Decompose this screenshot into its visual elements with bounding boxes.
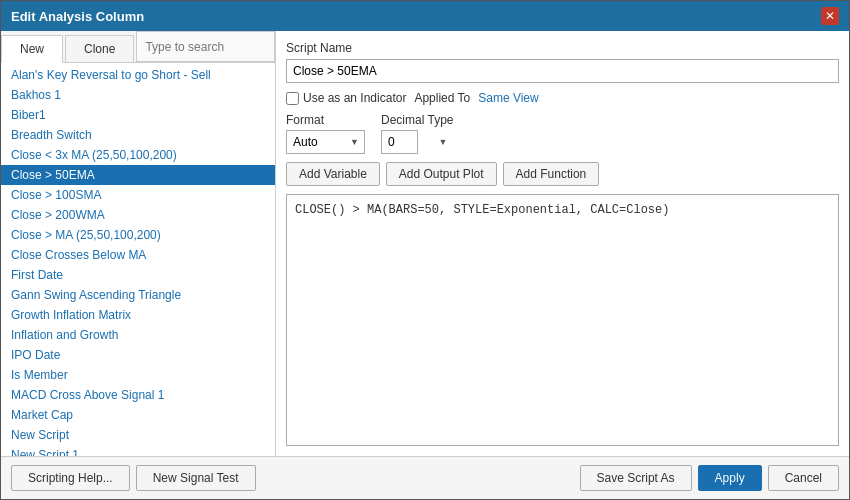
add-variable-button[interactable]: Add Variable <box>286 162 380 186</box>
script-name-input[interactable] <box>286 59 839 83</box>
same-view-link[interactable]: Same View <box>478 91 538 105</box>
applied-to-text: Applied To <box>414 91 470 105</box>
format-select[interactable]: Auto Number Percent Currency <box>286 130 365 154</box>
list-item[interactable]: Close > 100SMA <box>1 185 275 205</box>
code-editor[interactable]: CLOSE() > MA(BARS=50, STYLE=Exponential,… <box>286 194 839 446</box>
new-signal-test-button[interactable]: New Signal Test <box>136 465 256 491</box>
scripting-help-button[interactable]: Scripting Help... <box>11 465 130 491</box>
list-item[interactable]: Bakhos 1 <box>1 85 275 105</box>
list-item[interactable]: Growth Inflation Matrix <box>1 305 275 325</box>
close-icon[interactable]: ✕ <box>821 7 839 25</box>
list-item[interactable]: Biber1 <box>1 105 275 125</box>
bottom-bar: Scripting Help... New Signal Test Save S… <box>1 456 849 499</box>
list-item[interactable]: IPO Date <box>1 345 275 365</box>
indicator-label-text: Use as an Indicator <box>303 91 406 105</box>
list-item[interactable]: New Script <box>1 425 275 445</box>
list-item[interactable]: Breadth Switch <box>1 125 275 145</box>
dialog-title: Edit Analysis Column <box>11 9 144 24</box>
cancel-button[interactable]: Cancel <box>768 465 839 491</box>
indicator-checkbox[interactable] <box>286 92 299 105</box>
left-panel: New Clone Alan's Key Reversal to go Shor… <box>1 31 276 456</box>
list-item[interactable]: Close > MA (25,50,100,200) <box>1 225 275 245</box>
list-item[interactable]: Market Cap <box>1 405 275 425</box>
bottom-right-buttons: Save Script As Apply Cancel <box>580 465 839 491</box>
search-input[interactable] <box>136 31 275 62</box>
format-select-wrapper: Auto Number Percent Currency <box>286 130 365 154</box>
decimal-type-select[interactable]: 0 1 2 3 4 <box>381 130 418 154</box>
tab-search-bar: New Clone <box>1 31 275 63</box>
format-row: Format Auto Number Percent Currency Deci… <box>286 113 839 154</box>
list-item[interactable]: Close < 3x MA (25,50,100,200) <box>1 145 275 165</box>
dialog-body: New Clone Alan's Key Reversal to go Shor… <box>1 31 849 456</box>
list-item[interactable]: Gann Swing Ascending Triangle <box>1 285 275 305</box>
script-list: Alan's Key Reversal to go Short - SellBa… <box>1 63 275 456</box>
format-group: Format Auto Number Percent Currency <box>286 113 365 154</box>
list-item[interactable]: First Date <box>1 265 275 285</box>
action-btn-row: Add Variable Add Output Plot Add Functio… <box>286 162 839 186</box>
list-item[interactable]: Inflation and Growth <box>1 325 275 345</box>
right-panel: Script Name Use as an Indicator Applied … <box>276 31 849 456</box>
list-item[interactable]: New Script 1 <box>1 445 275 456</box>
decimal-type-select-wrapper: 0 1 2 3 4 <box>381 130 453 154</box>
script-name-label: Script Name <box>286 41 839 55</box>
indicator-row: Use as an Indicator Applied To Same View <box>286 91 839 105</box>
save-script-as-button[interactable]: Save Script As <box>580 465 692 491</box>
tab-clone[interactable]: Clone <box>65 35 134 62</box>
list-item[interactable]: Alan's Key Reversal to go Short - Sell <box>1 65 275 85</box>
format-label: Format <box>286 113 365 127</box>
add-output-plot-button[interactable]: Add Output Plot <box>386 162 497 186</box>
list-item[interactable]: Close > 50EMA <box>1 165 275 185</box>
title-bar: Edit Analysis Column ✕ <box>1 1 849 31</box>
list-item[interactable]: MACD Cross Above Signal 1 <box>1 385 275 405</box>
list-item[interactable]: Close Crosses Below MA <box>1 245 275 265</box>
add-function-button[interactable]: Add Function <box>503 162 600 186</box>
edit-analysis-column-dialog: Edit Analysis Column ✕ New Clone Alan's … <box>0 0 850 500</box>
decimal-type-label: Decimal Type <box>381 113 453 127</box>
list-item[interactable]: Close > 200WMA <box>1 205 275 225</box>
bottom-left-buttons: Scripting Help... New Signal Test <box>11 465 256 491</box>
indicator-checkbox-label[interactable]: Use as an Indicator <box>286 91 406 105</box>
apply-button[interactable]: Apply <box>698 465 762 491</box>
tab-new[interactable]: New <box>1 35 63 63</box>
list-item[interactable]: Is Member <box>1 365 275 385</box>
decimal-type-group: Decimal Type 0 1 2 3 4 <box>381 113 453 154</box>
